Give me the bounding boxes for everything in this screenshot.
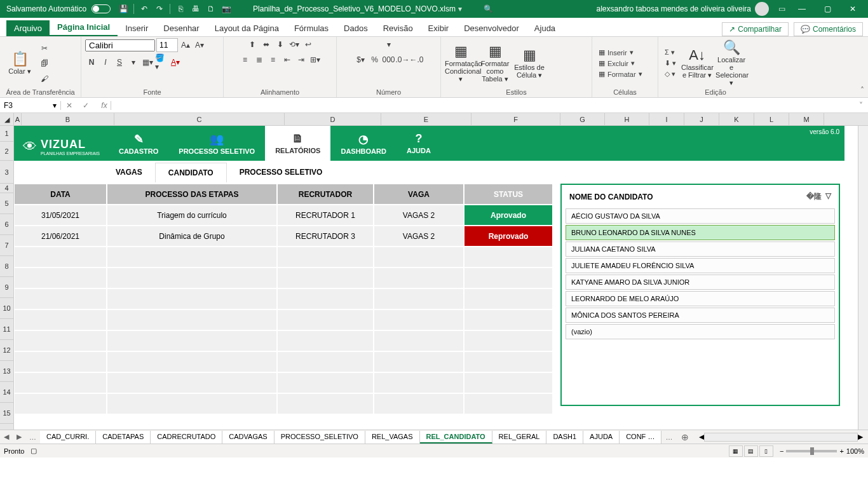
ribbon-tab[interactable]: Desenhar xyxy=(156,20,207,36)
zoom-level[interactable]: 100% xyxy=(846,447,864,455)
align-center-icon[interactable]: ≣ xyxy=(253,53,266,66)
row-header[interactable]: 12 xyxy=(0,340,13,361)
ribbon-tab[interactable]: Revisão xyxy=(376,20,421,36)
font-name-select[interactable] xyxy=(85,39,155,51)
column-header[interactable]: K xyxy=(719,113,754,125)
column-header[interactable]: M xyxy=(789,113,824,125)
macro-icon[interactable]: ▢ xyxy=(31,447,37,455)
delete-cells-button[interactable]: ▦ Excluir ▾ xyxy=(596,58,645,68)
bold-button[interactable]: N xyxy=(85,56,98,69)
ribbon-display-icon[interactable]: ▭ xyxy=(774,1,789,17)
row-header[interactable]: 8 xyxy=(0,256,13,277)
row-header[interactable]: 1 xyxy=(0,126,13,142)
column-header[interactable]: F xyxy=(471,113,560,125)
search-icon[interactable]: 🔍 xyxy=(481,1,496,17)
sheet-tab[interactable]: REL_VAGAS xyxy=(365,431,420,444)
sheet-tab[interactable]: CADVAGAS xyxy=(222,431,274,444)
sheet-tab[interactable]: CADETAPAS xyxy=(96,431,151,444)
dashboard-tab[interactable]: 🗎RELATÓRIOS xyxy=(265,126,330,161)
comments-button[interactable]: 💬 Comentários xyxy=(794,22,863,36)
row-header[interactable]: 13 xyxy=(0,361,13,382)
number-format-select[interactable]: ▾ xyxy=(383,38,395,51)
fx-icon[interactable]: fx xyxy=(94,101,111,110)
table-row[interactable] xyxy=(14,372,554,393)
ribbon-tab[interactable]: Página Inicial xyxy=(50,19,118,36)
row-header[interactable]: 6 xyxy=(0,214,13,235)
page-break-view-icon[interactable]: ▯ xyxy=(759,445,773,457)
align-bottom-icon[interactable]: ⬇ xyxy=(274,38,287,51)
sort-filter-button[interactable]: A↓Classificar e Filtrar ▾ xyxy=(681,47,713,79)
table-row[interactable] xyxy=(14,351,554,372)
row-header[interactable]: 15 xyxy=(0,403,13,424)
table-row[interactable] xyxy=(14,288,554,309)
font-size-input[interactable] xyxy=(156,38,178,52)
slicer-item[interactable]: MÔNICA DOS SANTOS PEREIRA xyxy=(566,308,835,323)
table-row[interactable]: 31/05/2021Triagem do currículoRECRUTADOR… xyxy=(14,205,554,226)
row-header[interactable]: 9 xyxy=(0,277,13,298)
autosum-icon[interactable]: Σ ▾ xyxy=(662,48,679,57)
column-header[interactable]: A xyxy=(14,113,22,125)
vertical-scrollbar[interactable] xyxy=(858,126,868,430)
normal-view-icon[interactable]: ▦ xyxy=(729,445,743,457)
ribbon-tab[interactable]: Inserir xyxy=(118,20,156,36)
subtab[interactable]: VAGAS xyxy=(103,163,155,182)
decrease-font-icon[interactable]: A▾ xyxy=(193,39,206,51)
insert-cells-button[interactable]: ▦ Inserir ▾ xyxy=(596,48,645,57)
column-header[interactable]: D xyxy=(285,113,381,125)
table-row[interactable] xyxy=(14,268,554,288)
slicer-item[interactable]: AÉCIO GUSTAVO DA SILVA xyxy=(566,208,835,224)
maximize-button[interactable]: ▢ xyxy=(815,0,840,18)
multiselect-icon[interactable]: �隆 xyxy=(806,191,822,202)
column-header[interactable]: H xyxy=(605,113,649,125)
sheet-tab[interactable]: PROCESSO_SELETIVO xyxy=(275,431,365,444)
column-header[interactable]: C xyxy=(114,113,285,125)
name-box[interactable]: F3▾ xyxy=(0,101,61,110)
underline-button[interactable]: S xyxy=(113,56,126,69)
column-header[interactable]: G xyxy=(560,113,605,125)
camera-icon[interactable]: 📷 xyxy=(219,1,234,17)
subtab[interactable]: PROCESSO SELETIVO xyxy=(227,163,336,182)
slicer-item[interactable]: JULIANA CAETANO SILVA xyxy=(566,241,835,257)
increase-decimal-icon[interactable]: .0→ xyxy=(397,53,409,66)
close-button[interactable]: ✕ xyxy=(840,0,865,18)
decrease-indent-icon[interactable]: ⇤ xyxy=(281,53,294,66)
zoom-in-icon[interactable]: + xyxy=(839,447,843,455)
sheet-tab[interactable]: CAD_CURRI. xyxy=(40,431,96,444)
conditional-format-button[interactable]: ▦Formatação Condicional ▾ xyxy=(445,43,477,83)
column-header[interactable]: L xyxy=(754,113,789,125)
page-layout-view-icon[interactable]: ▤ xyxy=(744,445,758,457)
row-header[interactable]: 5 xyxy=(0,193,13,214)
increase-font-icon[interactable]: A▴ xyxy=(179,39,192,51)
ribbon-tab[interactable]: Ajuda xyxy=(527,20,563,36)
slicer-item[interactable]: JULIETE AMADEU FLORÊNCIO SILVA xyxy=(566,258,835,273)
align-top-icon[interactable]: ⬆ xyxy=(246,38,259,51)
table-row[interactable] xyxy=(14,309,554,330)
percent-icon[interactable]: % xyxy=(369,53,381,66)
merge-icon[interactable]: ⊞▾ xyxy=(309,53,322,66)
align-right-icon[interactable]: ≡ xyxy=(267,53,280,66)
ribbon-tab[interactable]: Dados xyxy=(336,20,376,36)
column-header[interactable]: E xyxy=(381,113,471,125)
dashboard-tab[interactable]: ?AJUDA xyxy=(397,126,441,161)
avatar[interactable] xyxy=(755,2,769,16)
horizontal-scrollbar[interactable]: ◀▶ xyxy=(699,433,863,442)
increase-indent-icon[interactable]: ⇥ xyxy=(295,53,308,66)
ribbon-tab[interactable]: Layout da Página xyxy=(207,20,287,36)
sheet-tab[interactable]: CONF … xyxy=(620,431,661,444)
currency-icon[interactable]: $▾ xyxy=(355,53,367,66)
column-header[interactable]: B xyxy=(22,113,114,125)
find-select-button[interactable]: 🔍Localizar e Selecionar ▾ xyxy=(715,39,747,87)
row-header[interactable]: 3 xyxy=(0,161,13,184)
border-button[interactable]: ▦▾ xyxy=(141,56,154,69)
expand-formula-icon[interactable]: ˅ xyxy=(854,101,868,110)
touch-icon[interactable]: ⎘ xyxy=(173,1,188,17)
collapse-ribbon-icon[interactable]: ˄ xyxy=(860,86,864,95)
table-row[interactable] xyxy=(14,330,554,351)
row-header[interactable]: 2 xyxy=(0,142,13,161)
ribbon-tab[interactable]: Exibir xyxy=(421,20,457,36)
file-tab[interactable]: Arquivo xyxy=(6,20,50,36)
slicer-item[interactable]: (vazio) xyxy=(566,324,835,339)
clear-icon[interactable]: ◇ ▾ xyxy=(662,69,679,79)
row-header[interactable]: 7 xyxy=(0,235,13,256)
fill-color-button[interactable]: 🪣▾ xyxy=(155,56,168,69)
